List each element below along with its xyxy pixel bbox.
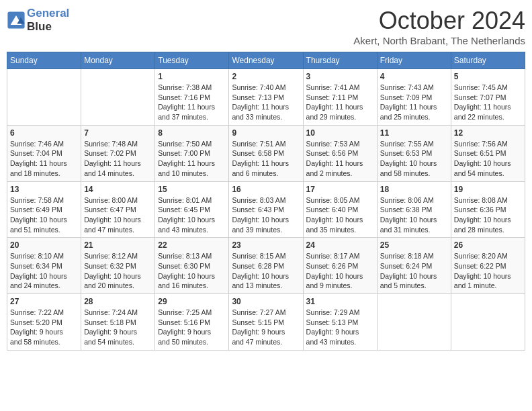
day-number: 25 <box>380 240 448 250</box>
day-info: Sunrise: 8:08 AM Sunset: 6:36 PM Dayligh… <box>454 195 522 235</box>
day-info: Sunrise: 7:51 AM Sunset: 6:58 PM Dayligh… <box>232 139 300 179</box>
calendar-cell: 28Sunrise: 7:24 AM Sunset: 5:18 PM Dayli… <box>81 294 155 351</box>
calendar-cell: 23Sunrise: 8:15 AM Sunset: 6:28 PM Dayli… <box>229 238 303 294</box>
logo-line1: General <box>27 7 69 19</box>
day-info: Sunrise: 7:24 AM Sunset: 5:18 PM Dayligh… <box>84 308 152 347</box>
day-number: 18 <box>380 185 448 194</box>
calendar-cell: 30Sunrise: 7:27 AM Sunset: 5:15 PM Dayli… <box>229 294 303 351</box>
calendar-cell: 3Sunrise: 7:41 AM Sunset: 7:11 PM Daylig… <box>303 69 377 126</box>
weekday-header-cell: Wednesday <box>229 52 303 69</box>
calendar-cell: 5Sunrise: 7:45 AM Sunset: 7:07 PM Daylig… <box>451 69 525 126</box>
calendar-cell: 4Sunrise: 7:43 AM Sunset: 7:09 PM Daylig… <box>377 69 451 126</box>
day-number: 28 <box>84 297 152 306</box>
weekday-header-cell: Saturday <box>451 52 525 69</box>
calendar-week-row: 13Sunrise: 7:58 AM Sunset: 6:49 PM Dayli… <box>7 181 525 238</box>
calendar-cell <box>377 294 451 351</box>
day-number: 7 <box>84 128 152 138</box>
day-number: 22 <box>158 240 226 250</box>
day-number: 8 <box>158 128 226 138</box>
calendar-cell: 26Sunrise: 8:20 AM Sunset: 6:22 PM Dayli… <box>451 238 525 294</box>
calendar-cell: 2Sunrise: 7:40 AM Sunset: 7:13 PM Daylig… <box>229 69 303 126</box>
calendar-week-row: 1Sunrise: 7:38 AM Sunset: 7:16 PM Daylig… <box>7 69 525 126</box>
day-number: 21 <box>84 240 152 250</box>
day-number: 23 <box>232 240 300 250</box>
day-info: Sunrise: 7:50 AM Sunset: 7:00 PM Dayligh… <box>158 139 226 179</box>
day-number: 31 <box>306 297 374 306</box>
day-info: Sunrise: 7:53 AM Sunset: 6:56 PM Dayligh… <box>306 139 374 179</box>
calendar-cell: 25Sunrise: 8:18 AM Sunset: 6:24 PM Dayli… <box>377 238 451 294</box>
day-number: 6 <box>10 128 78 138</box>
day-info: Sunrise: 7:43 AM Sunset: 7:09 PM Dayligh… <box>380 83 448 122</box>
day-number: 1 <box>158 72 226 81</box>
calendar-cell: 17Sunrise: 8:05 AM Sunset: 6:40 PM Dayli… <box>303 181 377 238</box>
day-number: 24 <box>306 240 374 250</box>
weekday-header-row: SundayMondayTuesdayWednesdayThursdayFrid… <box>7 52 525 69</box>
day-info: Sunrise: 7:27 AM Sunset: 5:15 PM Dayligh… <box>232 308 300 347</box>
day-number: 29 <box>158 297 226 306</box>
day-info: Sunrise: 7:22 AM Sunset: 5:20 PM Dayligh… <box>10 308 78 347</box>
day-info: Sunrise: 7:46 AM Sunset: 7:04 PM Dayligh… <box>10 139 78 179</box>
day-number: 15 <box>158 185 226 194</box>
calendar-cell: 9Sunrise: 7:51 AM Sunset: 6:58 PM Daylig… <box>229 125 303 181</box>
day-number: 9 <box>232 128 300 138</box>
day-number: 26 <box>454 240 522 250</box>
logo-line2: Blue <box>27 20 69 34</box>
day-info: Sunrise: 7:29 AM Sunset: 5:13 PM Dayligh… <box>306 308 374 347</box>
day-number: 14 <box>84 185 152 194</box>
day-info: Sunrise: 8:20 AM Sunset: 6:22 PM Dayligh… <box>454 251 522 291</box>
day-number: 30 <box>232 297 300 306</box>
day-number: 5 <box>454 72 522 81</box>
calendar-cell: 7Sunrise: 7:48 AM Sunset: 7:02 PM Daylig… <box>81 125 155 181</box>
calendar-cell: 13Sunrise: 7:58 AM Sunset: 6:49 PM Dayli… <box>7 181 81 238</box>
day-number: 27 <box>10 297 78 306</box>
calendar-cell: 1Sunrise: 7:38 AM Sunset: 7:16 PM Daylig… <box>155 69 229 126</box>
day-number: 10 <box>306 128 374 138</box>
calendar-cell: 21Sunrise: 8:12 AM Sunset: 6:32 PM Dayli… <box>81 238 155 294</box>
day-info: Sunrise: 8:15 AM Sunset: 6:28 PM Dayligh… <box>232 251 300 291</box>
day-info: Sunrise: 7:48 AM Sunset: 7:02 PM Dayligh… <box>84 139 152 179</box>
day-number: 12 <box>454 128 522 138</box>
calendar-body: 1Sunrise: 7:38 AM Sunset: 7:16 PM Daylig… <box>7 69 525 351</box>
day-info: Sunrise: 8:17 AM Sunset: 6:26 PM Dayligh… <box>306 251 374 291</box>
day-info: Sunrise: 7:58 AM Sunset: 6:49 PM Dayligh… <box>10 195 78 235</box>
title-section: October 2024 Akert, North Brabant, The N… <box>353 7 525 46</box>
day-info: Sunrise: 7:55 AM Sunset: 6:53 PM Dayligh… <box>380 139 448 179</box>
calendar-cell: 12Sunrise: 7:56 AM Sunset: 6:51 PM Dayli… <box>451 125 525 181</box>
day-info: Sunrise: 8:12 AM Sunset: 6:32 PM Dayligh… <box>84 251 152 291</box>
calendar-cell <box>7 69 81 126</box>
day-number: 2 <box>232 72 300 81</box>
day-info: Sunrise: 8:10 AM Sunset: 6:34 PM Dayligh… <box>10 251 78 291</box>
day-info: Sunrise: 7:25 AM Sunset: 5:16 PM Dayligh… <box>158 308 226 347</box>
calendar-cell: 22Sunrise: 8:13 AM Sunset: 6:30 PM Dayli… <box>155 238 229 294</box>
weekday-header-cell: Sunday <box>7 52 81 69</box>
day-info: Sunrise: 8:00 AM Sunset: 6:47 PM Dayligh… <box>84 195 152 235</box>
calendar-week-row: 27Sunrise: 7:22 AM Sunset: 5:20 PM Dayli… <box>7 294 525 351</box>
calendar-table: SundayMondayTuesdayWednesdayThursdayFrid… <box>7 52 525 351</box>
calendar-cell: 16Sunrise: 8:03 AM Sunset: 6:43 PM Dayli… <box>229 181 303 238</box>
calendar-cell: 6Sunrise: 7:46 AM Sunset: 7:04 PM Daylig… <box>7 125 81 181</box>
day-info: Sunrise: 7:41 AM Sunset: 7:11 PM Dayligh… <box>306 83 374 122</box>
calendar-cell: 18Sunrise: 8:06 AM Sunset: 6:38 PM Dayli… <box>377 181 451 238</box>
calendar-cell: 29Sunrise: 7:25 AM Sunset: 5:16 PM Dayli… <box>155 294 229 351</box>
calendar-cell: 8Sunrise: 7:50 AM Sunset: 7:00 PM Daylig… <box>155 125 229 181</box>
day-info: Sunrise: 8:01 AM Sunset: 6:45 PM Dayligh… <box>158 195 226 235</box>
day-number: 19 <box>454 185 522 194</box>
calendar-cell: 14Sunrise: 8:00 AM Sunset: 6:47 PM Dayli… <box>81 181 155 238</box>
day-number: 13 <box>10 185 78 194</box>
calendar-cell: 10Sunrise: 7:53 AM Sunset: 6:56 PM Dayli… <box>303 125 377 181</box>
day-info: Sunrise: 7:40 AM Sunset: 7:13 PM Dayligh… <box>232 83 300 122</box>
day-info: Sunrise: 7:38 AM Sunset: 7:16 PM Dayligh… <box>158 83 226 122</box>
day-info: Sunrise: 8:18 AM Sunset: 6:24 PM Dayligh… <box>380 251 448 291</box>
day-number: 4 <box>380 72 448 81</box>
logo-icon <box>7 11 26 30</box>
calendar-cell: 20Sunrise: 8:10 AM Sunset: 6:34 PM Dayli… <box>7 238 81 294</box>
day-number: 3 <box>306 72 374 81</box>
calendar-cell: 24Sunrise: 8:17 AM Sunset: 6:26 PM Dayli… <box>303 238 377 294</box>
day-number: 16 <box>232 185 300 194</box>
calendar-cell <box>451 294 525 351</box>
calendar-cell: 11Sunrise: 7:55 AM Sunset: 6:53 PM Dayli… <box>377 125 451 181</box>
day-info: Sunrise: 8:06 AM Sunset: 6:38 PM Dayligh… <box>380 195 448 235</box>
calendar-cell: 31Sunrise: 7:29 AM Sunset: 5:13 PM Dayli… <box>303 294 377 351</box>
day-info: Sunrise: 7:45 AM Sunset: 7:07 PM Dayligh… <box>454 83 522 122</box>
calendar-week-row: 6Sunrise: 7:46 AM Sunset: 7:04 PM Daylig… <box>7 125 525 181</box>
